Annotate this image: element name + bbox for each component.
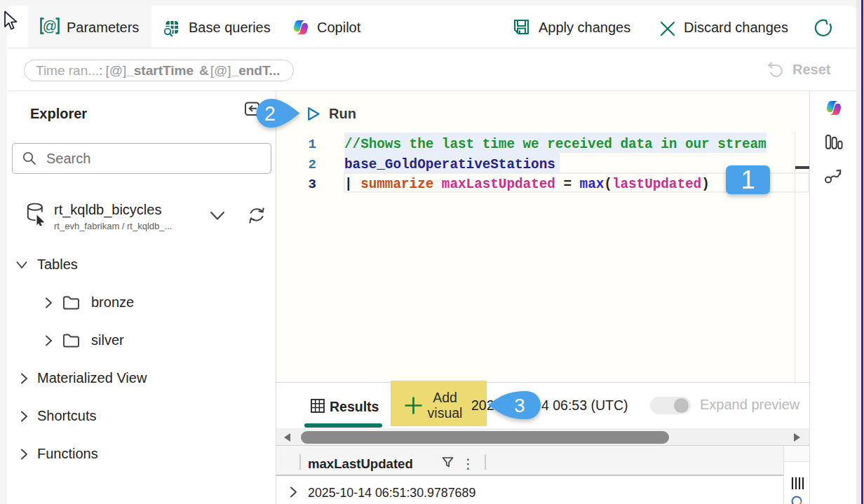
svg-text:3: 3 [514,395,525,416]
svg-text:@: @ [43,18,57,34]
svg-text:2: 2 [264,102,276,125]
